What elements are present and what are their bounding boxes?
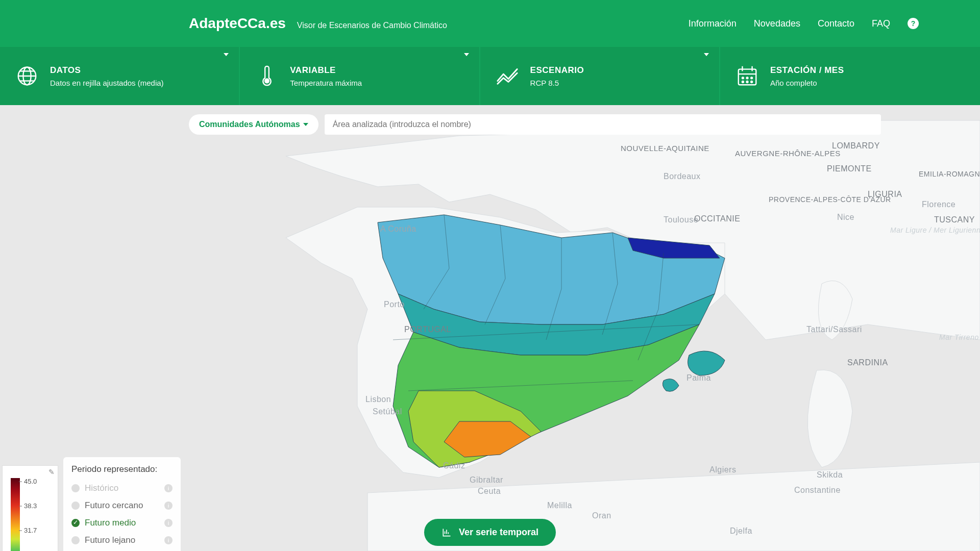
filter-datos[interactable]: DATOS Datos en rejilla ajustados (media)	[0, 47, 240, 105]
brand-block: AdapteCCa.es Visor de Escenarios de Camb…	[189, 15, 447, 32]
svg-point-12	[751, 77, 752, 79]
filter-bar: DATOS Datos en rejilla ajustados (media)…	[0, 47, 980, 105]
label-nice: Nice	[837, 213, 854, 221]
label-sardinia: SARDINIA	[847, 358, 888, 367]
filter-title: VARIABLE	[290, 65, 362, 76]
period-label: Histórico	[85, 483, 118, 493]
help-icon[interactable]: ?	[908, 18, 919, 29]
label-occitanie: OCCITANIE	[694, 214, 740, 223]
area-search-input[interactable]	[325, 114, 881, 135]
label-cadiz: Cádiz	[443, 461, 465, 470]
label-sea-ligure: Mar Ligure / Mer Ligurienne	[890, 226, 980, 234]
svg-point-10	[742, 77, 744, 79]
filter-subtitle: Temperatura máxima	[290, 79, 362, 87]
header-bar: AdapteCCa.es Visor de Escenarios de Camb…	[0, 0, 980, 47]
label-sea-tirreno: Mar Tirreno / Mer Tyrrhén	[939, 333, 980, 341]
label-porto: Porto	[384, 300, 405, 309]
label-tattari: Tattari/Sassari	[806, 325, 862, 334]
search-row: Comunidades Autónomas	[189, 114, 881, 135]
chevron-down-icon	[704, 53, 709, 56]
brand-name: AdapteCCa.es	[189, 15, 286, 32]
filter-title: ESTACIÓN / MES	[770, 65, 844, 76]
trend-icon	[496, 64, 519, 88]
view-timeseries-button[interactable]: Ver serie temporal	[424, 519, 556, 546]
thermometer-icon	[255, 64, 279, 88]
calendar-icon	[736, 64, 759, 88]
label-florence: Florence	[922, 200, 955, 209]
spain-heatmap-overlay	[378, 215, 725, 467]
period-label: Futuro lejano	[85, 535, 135, 545]
filter-subtitle: RCP 8.5	[530, 79, 584, 87]
label-melilla: Melilla	[547, 501, 572, 510]
label-piemonte: PIEMONTE	[827, 164, 872, 173]
label-bordeaux: Bordeaux	[664, 172, 701, 181]
period-option-futuro-lejano[interactable]: Futuro lejano i	[71, 532, 173, 549]
period-title: Periodo representado:	[71, 464, 173, 474]
label-auvergne: AUVERGNE-RHÔNE-ALPES	[735, 149, 841, 158]
label-setubal: Setúbal	[373, 407, 402, 416]
label-skikda: Skikda	[817, 470, 843, 479]
period-label: Futuro cercano	[85, 500, 143, 511]
svg-point-5	[265, 79, 269, 83]
color-legend: ✎ 45.0 38.3 31.7 25.0 18.3 11.7 5.0 grad…	[2, 465, 58, 551]
chart-icon	[442, 528, 452, 538]
filter-estacion[interactable]: ESTACIÓN / MES Año completo	[720, 47, 980, 105]
legend-gradient: 45.0 38.3 31.7 25.0 18.3 11.7 5.0	[11, 478, 20, 551]
info-icon[interactable]: i	[164, 484, 173, 492]
label-djelfa: Djelfa	[730, 527, 752, 535]
label-oran: Oran	[592, 511, 611, 520]
legend-tick: 31.7	[24, 527, 37, 534]
nav-link-contacto[interactable]: Contacto	[818, 18, 854, 29]
label-palma: Palma	[687, 373, 711, 382]
label-liguria: LIGURIA	[868, 190, 902, 198]
svg-point-13	[742, 81, 744, 83]
svg-point-11	[746, 77, 748, 79]
land-sardinia	[807, 370, 852, 467]
label-emilia: EMILIA-ROMAGNA	[919, 170, 980, 178]
label-a-coruna: A Coruña	[380, 224, 416, 233]
edit-legend-icon[interactable]: ✎	[48, 468, 55, 476]
nav-link-info[interactable]: Información	[689, 18, 737, 29]
period-option-futuro-cercano[interactable]: Futuro cercano i	[71, 497, 173, 514]
timeseries-label: Ver serie temporal	[459, 527, 538, 538]
filter-variable[interactable]: VARIABLE Temperatura máxima	[240, 47, 480, 105]
region-dropdown-button[interactable]: Comunidades Autónomas	[189, 114, 318, 135]
radio-icon	[71, 502, 80, 510]
radio-icon	[71, 484, 80, 492]
nav-link-faq[interactable]: FAQ	[872, 18, 890, 29]
legend-tick: 38.3	[24, 502, 37, 510]
label-lisbon: Lisbon	[365, 395, 391, 404]
label-portugal: PORTUGAL	[404, 325, 451, 334]
label-ceuta: Ceuta	[478, 487, 501, 495]
radio-icon	[71, 519, 80, 527]
filter-subtitle: Año completo	[770, 79, 844, 87]
label-nouvelle: NOUVELLE-AQUITAINE	[621, 144, 709, 153]
svg-point-15	[751, 81, 752, 83]
filter-subtitle: Datos en rejilla ajustados (media)	[50, 79, 164, 87]
brand-subtitle: Visor de Escenarios de Cambio Climático	[297, 21, 447, 30]
period-option-futuro-medio[interactable]: Futuro medio i	[71, 514, 173, 532]
filter-escenario[interactable]: ESCENARIO RCP 8.5	[480, 47, 720, 105]
filter-title: DATOS	[50, 65, 164, 76]
top-nav: Información Novedades Contacto FAQ ?	[689, 18, 919, 29]
region-dropdown-label: Comunidades Autónomas	[199, 120, 300, 129]
radio-icon	[71, 536, 80, 544]
info-icon[interactable]: i	[164, 502, 173, 510]
info-icon[interactable]: i	[164, 519, 173, 527]
chevron-down-icon	[464, 53, 469, 56]
map-viewport[interactable]: A Coruña Porto Lisbon Setúbal PORTUGAL C…	[0, 105, 980, 551]
globe-icon	[15, 64, 39, 88]
nav-link-novedades[interactable]: Novedades	[754, 18, 800, 29]
caret-down-icon	[303, 123, 308, 126]
period-label: Futuro medio	[85, 518, 136, 528]
filter-title: ESCENARIO	[530, 65, 584, 76]
label-toulouse: Toulouse	[664, 215, 698, 224]
period-option-historico[interactable]: Histórico i	[71, 480, 173, 497]
label-algiers: Algiers	[709, 465, 736, 474]
legend-tick: 45.0	[24, 478, 37, 485]
info-icon[interactable]: i	[164, 536, 173, 544]
label-constantine: Constantine	[794, 486, 841, 494]
svg-point-14	[746, 81, 748, 83]
label-gibraltar: Gibraltar	[470, 475, 503, 484]
label-lombardy: LOMBARDY	[832, 141, 880, 150]
